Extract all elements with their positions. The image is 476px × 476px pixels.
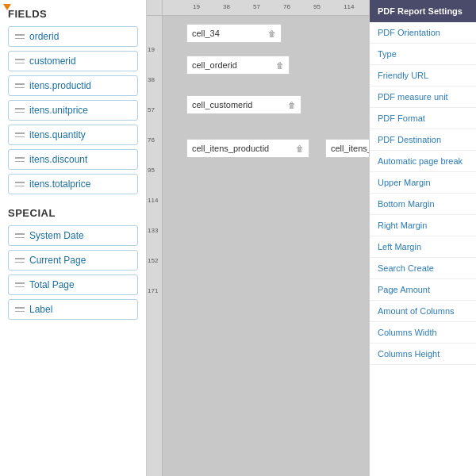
field-itens-quantity[interactable]: itens.quantity [8,125,138,145]
ruler-row: 1938577695114 [147,0,369,16]
fields-title: FIELDS [8,8,138,20]
drag-handle [15,132,25,138]
canvas-cell[interactable]: cell_34🗑 [186,24,282,43]
settings-item-page-amount[interactable]: Page Amount [370,279,476,301]
drag-handle [15,282,25,288]
field-itens-discount[interactable]: itens.discount [8,149,138,170]
special-list: System DateCurrent PageTotal PageLabel [8,225,138,320]
left-ruler-mark: 38 [148,76,155,83]
top-ruler-mark: 95 [313,3,321,10]
settings-item-pdf-measure-unit[interactable]: PDF measure unit [370,86,476,108]
field-itens-productid[interactable]: itens.productid [8,75,138,96]
settings-item-search-create[interactable]: Search Create [370,258,476,279]
left-ruler-mark: 152 [148,257,158,264]
main-canvas[interactable]: cell_34🗑cell_orderid🗑cell_customerid🗑cel… [163,16,369,476]
top-ruler-mark: 57 [253,3,260,10]
canvas-body: 1938577695114133152171 cell_34🗑cell_orde… [147,16,369,476]
field-label: itens.discount [29,154,87,165]
delete-cell-icon[interactable]: 🗑 [268,29,276,38]
drag-handle [15,58,25,64]
settings-header: PDF Report Settings [370,0,476,22]
delete-cell-icon[interactable]: 🗑 [288,101,296,109]
left-ruler-mark: 57 [148,106,155,113]
settings-item-bottom-margin[interactable]: Bottom Margin [370,194,476,215]
special-current-page[interactable]: Current Page [8,250,138,271]
settings-item-columns-height[interactable]: Columns Height [370,344,476,365]
field-label: orderid [29,31,59,42]
left-ruler: 1938577695114133152171 [147,16,163,476]
left-ruler-mark: 114 [148,197,158,204]
fields-panel: FIELDS orderidcustomeriditens.productidi… [0,0,147,476]
settings-item-pdf-format[interactable]: PDF Format [370,108,476,129]
delete-cell-icon[interactable]: 🗑 [276,61,284,70]
special-label: System Date [29,230,84,241]
field-itens-unitprice[interactable]: itens.unitprice [8,100,138,121]
drag-handle [15,83,25,89]
drag-handle [15,306,25,313]
left-ruler-mark: 19 [148,46,155,53]
settings-item-columns-width[interactable]: Columns Width [370,322,476,344]
settings-item-friendly-url[interactable]: Friendly URL [370,65,476,86]
cell-label: cell_itens_productid [192,144,269,153]
settings-item-automatic-page-break[interactable]: Automatic page break [370,151,476,172]
settings-panel: PDF Report Settings PDF OrientationTypeF… [369,0,476,476]
left-ruler-mark: 133 [148,227,158,234]
special-label: Label [29,304,52,315]
top-ruler-mark: 19 [193,3,200,10]
left-ruler-mark: 171 [148,287,158,294]
settings-item-upper-margin[interactable]: Upper Margin [370,172,476,194]
settings-item-pdf-destination[interactable]: PDF Destination [370,129,476,151]
special-label[interactable]: Label [8,299,138,320]
drag-handle [15,232,25,239]
field-label: itens.totalprice [29,178,90,190]
cell-label: cell_34 [192,29,220,38]
drag-handle [15,181,25,187]
special-total-page[interactable]: Total Page [8,274,138,295]
top-ruler-mark: 114 [344,3,354,10]
canvas-wrapper: 1938577695114 1938577695114133152171 cel… [147,0,369,476]
fields-list: orderidcustomeriditens.productiditens.un… [8,26,138,194]
field-customerid[interactable]: customerid [8,51,138,71]
special-section: SPECIAL System DateCurrent PageTotal Pag… [8,207,138,320]
top-ruler-mark: 76 [283,3,290,10]
field-label: itens.unitprice [29,105,88,116]
field-label: customerid [29,56,76,67]
origin-marker [3,4,11,10]
special-label: Total Page [29,279,75,290]
cell-label: cell_orderid [192,60,237,70]
top-ruler-mark: 38 [223,3,230,10]
settings-item-amount-of-columns[interactable]: Amount of Columns [370,301,476,322]
settings-item-left-margin[interactable]: Left Margin [370,236,476,258]
special-title: SPECIAL [8,207,138,219]
top-ruler: 1938577695114 [163,0,369,16]
field-label: itens.quantity [29,129,86,140]
left-ruler-mark: 95 [148,167,155,174]
field-orderid[interactable]: orderid [8,26,138,47]
cell-label: cell_itens_quantity [331,144,369,153]
special-system-date[interactable]: System Date [8,225,138,246]
settings-item-type[interactable]: Type [370,44,476,65]
drag-handle [15,107,25,113]
drag-handle [15,257,25,263]
corner-box [147,0,163,16]
settings-item-pdf-orientation[interactable]: PDF Orientation [370,22,476,44]
canvas-cell[interactable]: cell_customerid🗑 [186,95,301,114]
delete-cell-icon[interactable]: 🗑 [296,144,304,153]
canvas-cell[interactable]: cell_itens_productid🗑 [186,139,309,158]
left-ruler-mark: 76 [148,136,155,144]
field-label: itens.productid [29,80,91,91]
special-label: Current Page [29,255,86,266]
drag-handle [15,156,25,163]
settings-list: PDF OrientationTypeFriendly URLPDF measu… [370,22,476,365]
field-itens-totalprice[interactable]: itens.totalprice [8,174,138,194]
settings-item-right-margin[interactable]: Right Margin [370,215,476,236]
canvas-cell[interactable]: cell_orderid🗑 [186,56,290,75]
drag-handle [15,33,25,40]
canvas-cell[interactable]: cell_itens_quantity🗑 [325,139,369,158]
cell-label: cell_customerid [192,100,252,109]
